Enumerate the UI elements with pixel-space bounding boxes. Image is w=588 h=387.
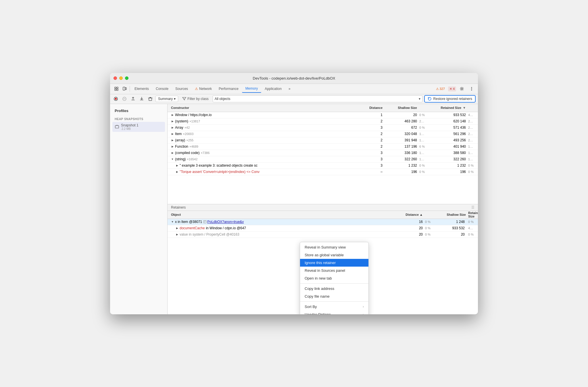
- settings-icon[interactable]: [458, 85, 466, 93]
- table-row[interactable]: ▶ "Torque assert 'Convert<uintptr>(endIn…: [168, 169, 478, 175]
- snapshot-icon: [115, 124, 119, 129]
- upload-btn[interactable]: [130, 95, 137, 102]
- retainer-row[interactable]: ▼ x in Item @38071 PoLdbOX?anon=true&v 1…: [168, 219, 478, 225]
- filter-btn[interactable]: Filter by class: [180, 96, 211, 102]
- tab-network[interactable]: ⚠ Network: [191, 85, 215, 93]
- context-menu-store-global[interactable]: Store as global variable: [300, 251, 368, 259]
- submenu-arrow-icon: ›: [363, 313, 364, 314]
- tab-right-group: ⚠ 327 ✕ 4: [435, 85, 476, 93]
- expand-arrow-icon: ▶: [171, 126, 174, 129]
- devtools-window: DevTools - codepen.io/web-dot-dev/live/P…: [110, 73, 478, 314]
- svg-rect-3: [117, 89, 118, 91]
- retainer-header: Object Distance ▲ Shallow Size Retained …: [168, 211, 478, 219]
- context-menu-reveal-sources[interactable]: Reveal in Sources panel: [300, 267, 368, 274]
- expand-arrow-icon: ▶: [171, 113, 174, 116]
- svg-rect-14: [149, 98, 152, 101]
- retainers-section-header: Retainers ☰: [168, 204, 478, 211]
- table-row[interactable]: ▶ (compiled code) ×7386 3 336 180 15 % 3…: [168, 150, 478, 156]
- expand-arrow-icon: ▶: [171, 139, 174, 142]
- restore-btn[interactable]: Restore ignored retainers: [424, 95, 476, 103]
- context-menu-ignore-retainer[interactable]: Ignore this retainer: [300, 259, 368, 267]
- context-menu-open-new-tab[interactable]: Open in new tab: [300, 274, 368, 282]
- svg-rect-16: [203, 221, 207, 223]
- svg-point-9: [471, 90, 472, 91]
- window-title: DevTools - codepen.io/web-dot-dev/live/P…: [253, 76, 335, 80]
- context-menu: Reveal in Summary view Store as global v…: [300, 242, 369, 314]
- tab-memory[interactable]: Memory: [242, 85, 261, 93]
- error-icon: ✕: [449, 87, 452, 91]
- svg-point-7: [471, 87, 472, 88]
- content-wrapper: Constructor Distance Shallow Size Retain…: [168, 104, 478, 314]
- network-warning-icon: ⚠: [195, 87, 198, 91]
- expand-arrow-icon: ▶: [171, 145, 174, 148]
- tab-performance[interactable]: Performance: [215, 85, 242, 93]
- retainers-scroll-icon: ☰: [471, 205, 474, 209]
- sidebar-section-label: HEAP SNAPSHOTS: [112, 116, 165, 122]
- traffic-lights: [114, 76, 128, 80]
- dropdown-arrow-icon[interactable]: ▾: [419, 97, 420, 101]
- table-row[interactable]: ▶ " example 3 example 3: scattered objec…: [168, 163, 478, 169]
- tab-application[interactable]: Application: [261, 85, 285, 93]
- retainer-row[interactable]: ▶ documentCache in Window / cdpn.io @647…: [168, 225, 478, 232]
- more-icon[interactable]: [468, 85, 476, 93]
- clear-btn[interactable]: [147, 95, 154, 102]
- table-row[interactable]: ▼ (string) ×16542 3 322 260 14 % 322 260…: [168, 156, 478, 163]
- expand-arrow-icon: ▶: [176, 227, 178, 230]
- context-menu-divider: [300, 301, 368, 302]
- main-content: Profiles HEAP SNAPSHOTS Snapshot 1 2.2 M…: [110, 104, 478, 314]
- col-ret-shallow[interactable]: Shallow Size: [433, 213, 467, 216]
- col-ret-distance: Distance ▲: [395, 213, 424, 216]
- table-row[interactable]: ▶ (system) ×13817 2 463 280 21 % 620 148…: [168, 118, 478, 125]
- context-menu-header-options[interactable]: Header Options ›: [300, 311, 368, 314]
- titlebar: DevTools - codepen.io/web-dot-dev/live/P…: [110, 73, 478, 84]
- tab-sources[interactable]: Sources: [172, 85, 191, 93]
- expand-arrow-icon: ▶: [171, 132, 174, 135]
- expand-arrow-icon: ▶: [176, 170, 178, 173]
- context-menu-reveal-summary[interactable]: Reveal in Summary view: [300, 243, 368, 251]
- all-objects-text: All objects: [215, 97, 230, 101]
- svg-rect-5: [125, 88, 126, 90]
- tab-more[interactable]: »: [285, 85, 294, 93]
- context-menu-copy-link[interactable]: Copy link address: [300, 285, 368, 292]
- record-btn[interactable]: [112, 95, 119, 102]
- table-body: ▶ Window / https://cdpn.io 1 20 0 % 933 …: [168, 112, 478, 204]
- svg-point-6: [461, 88, 463, 90]
- col-ret-retained[interactable]: Retained Size: [467, 211, 476, 218]
- device-icon[interactable]: [120, 85, 128, 93]
- table-row[interactable]: ▶ Array ×42 3 672 0 % 571 436 25 %: [168, 125, 478, 131]
- tab-console[interactable]: Console: [152, 85, 172, 93]
- col-retained: Retained Size ▼: [427, 106, 467, 109]
- error-badge[interactable]: ✕ 4: [448, 86, 456, 91]
- table-row[interactable]: ▶ Function ×4689 2 137 196 6 % 401 940 1…: [168, 144, 478, 150]
- context-menu-copy-filename[interactable]: Copy file name: [300, 292, 368, 300]
- sidebar-title: Profiles: [112, 107, 165, 114]
- table-row[interactable]: ▶ (array) ×255 2 391 948 17 % 493 256 22…: [168, 137, 478, 144]
- view-selector[interactable]: Summary ▾: [155, 96, 178, 102]
- chevron-down-icon: ▾: [174, 97, 176, 101]
- svg-rect-2: [115, 89, 116, 91]
- inspect-icon[interactable]: [112, 85, 120, 93]
- col-constructor: Constructor: [170, 106, 361, 109]
- sort-up-icon: ▲: [420, 213, 423, 216]
- col-shallow[interactable]: Shallow Size: [384, 106, 418, 109]
- close-button[interactable]: [114, 76, 117, 80]
- context-menu-sort-by[interactable]: Sort By ›: [300, 303, 368, 311]
- filter-input-group: All objects ▾: [213, 95, 422, 102]
- col-distance[interactable]: Distance: [361, 106, 384, 109]
- expand-arrow-icon: ▼: [171, 158, 174, 161]
- warning-badge[interactable]: ⚠ 327: [435, 86, 446, 91]
- minimize-button[interactable]: [119, 76, 123, 80]
- tab-elements[interactable]: Elements: [131, 85, 152, 93]
- retainer-row[interactable]: ▶ value in system / PropertyCell @40163 …: [168, 232, 478, 238]
- expand-arrow-icon: ▶: [171, 120, 174, 123]
- svg-rect-1: [117, 87, 118, 88]
- submenu-arrow-icon: ›: [363, 305, 364, 308]
- svg-rect-15: [115, 126, 119, 128]
- maximize-button[interactable]: [125, 76, 128, 80]
- svg-point-8: [471, 88, 472, 89]
- stop-btn[interactable]: [121, 95, 128, 102]
- download-btn[interactable]: [138, 95, 145, 102]
- sidebar-item-snapshot1[interactable]: Snapshot 1 2.2 MB: [112, 122, 165, 132]
- table-row[interactable]: ▶ Item ×20003 2 320 048 14 % 561 296 25 …: [168, 131, 478, 137]
- table-row[interactable]: ▶ Window / https://cdpn.io 1 20 0 % 933 …: [168, 112, 478, 118]
